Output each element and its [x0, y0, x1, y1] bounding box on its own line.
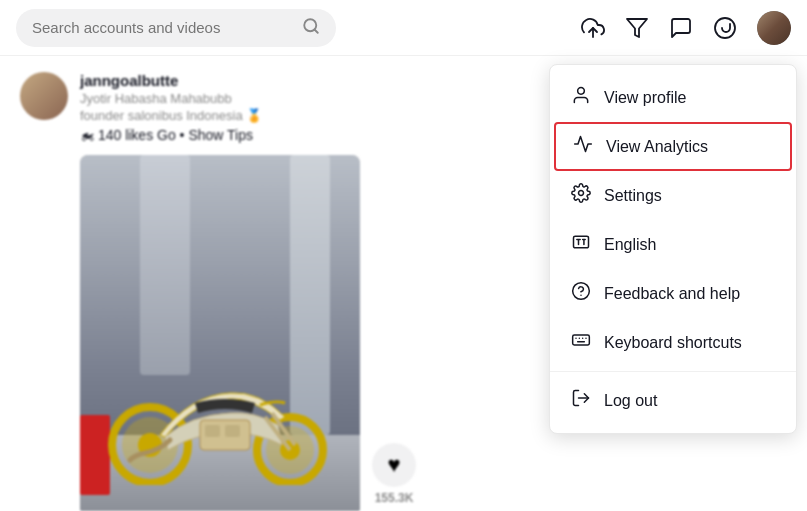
menu-label-english: English — [604, 236, 656, 254]
tiktok-logo-icon — [713, 16, 737, 40]
message-icon[interactable] — [669, 16, 693, 40]
svg-rect-21 — [573, 335, 590, 345]
menu-label-view-analytics: View Analytics — [606, 138, 708, 156]
svg-point-4 — [715, 18, 735, 38]
motorcycle-svg — [90, 345, 350, 485]
search-input[interactable] — [32, 19, 294, 36]
svg-point-19 — [573, 283, 590, 300]
main-content: janngoalbutte Jyotir Habasha Mahabubb fo… — [0, 56, 807, 511]
language-icon — [570, 232, 592, 257]
like-section: ♥ 155.3K — [372, 155, 416, 511]
post-description: 🏍 140 likes Go • Show Tips — [80, 127, 540, 143]
post-card: janngoalbutte Jyotir Habasha Mahabubb fo… — [20, 72, 540, 511]
menu-item-view-profile[interactable]: View profile — [550, 73, 796, 122]
post-username: janngoalbutte — [80, 72, 540, 89]
dropdown-menu: View profile View Analytics Settings — [549, 64, 797, 434]
menu-item-settings[interactable]: Settings — [550, 171, 796, 220]
help-icon — [570, 281, 592, 306]
motorcycle-scene — [80, 155, 360, 511]
menu-item-keyboard[interactable]: Keyboard shortcuts — [550, 318, 796, 367]
analytics-icon — [572, 134, 594, 159]
svg-marker-3 — [627, 19, 647, 37]
header — [0, 0, 807, 56]
logout-icon — [570, 388, 592, 413]
avatar[interactable] — [757, 11, 791, 45]
post-avatar — [20, 72, 68, 120]
menu-label-feedback: Feedback and help — [604, 285, 740, 303]
column-left — [140, 155, 190, 375]
header-right — [581, 11, 791, 45]
upload-icon[interactable] — [581, 16, 605, 40]
menu-item-english[interactable]: English — [550, 220, 796, 269]
svg-rect-12 — [205, 425, 220, 437]
like-count: 155.3K — [375, 491, 414, 505]
menu-label-view-profile: View profile — [604, 89, 686, 107]
heart-icon: ♥ — [387, 452, 400, 478]
svg-point-16 — [578, 88, 585, 95]
filter-icon[interactable] — [625, 16, 649, 40]
post-meta-line1: Jyotir Habasha Mahabubb — [80, 91, 540, 106]
person-icon — [570, 85, 592, 110]
settings-icon — [570, 183, 592, 208]
svg-rect-18 — [574, 236, 589, 248]
menu-item-logout[interactable]: Log out — [550, 376, 796, 425]
menu-item-view-analytics[interactable]: View Analytics — [554, 122, 792, 171]
svg-line-1 — [314, 29, 317, 32]
menu-label-keyboard: Keyboard shortcuts — [604, 334, 742, 352]
menu-item-feedback[interactable]: Feedback and help — [550, 269, 796, 318]
svg-rect-13 — [225, 425, 240, 437]
keyboard-icon — [570, 330, 592, 355]
search-icon — [302, 17, 320, 39]
post-media-row: ♥ 155.3K — [80, 155, 540, 511]
menu-divider — [550, 371, 796, 372]
post-content: janngoalbutte Jyotir Habasha Mahabubb fo… — [80, 72, 540, 511]
like-button[interactable]: ♥ — [372, 443, 416, 487]
svg-point-17 — [579, 191, 584, 196]
search-bar[interactable] — [16, 9, 336, 47]
post-video-thumbnail[interactable] — [80, 155, 360, 511]
menu-label-settings: Settings — [604, 187, 662, 205]
post-meta-line2: founder salonibus Indonesia 🏅 — [80, 108, 540, 123]
menu-label-logout: Log out — [604, 392, 657, 410]
